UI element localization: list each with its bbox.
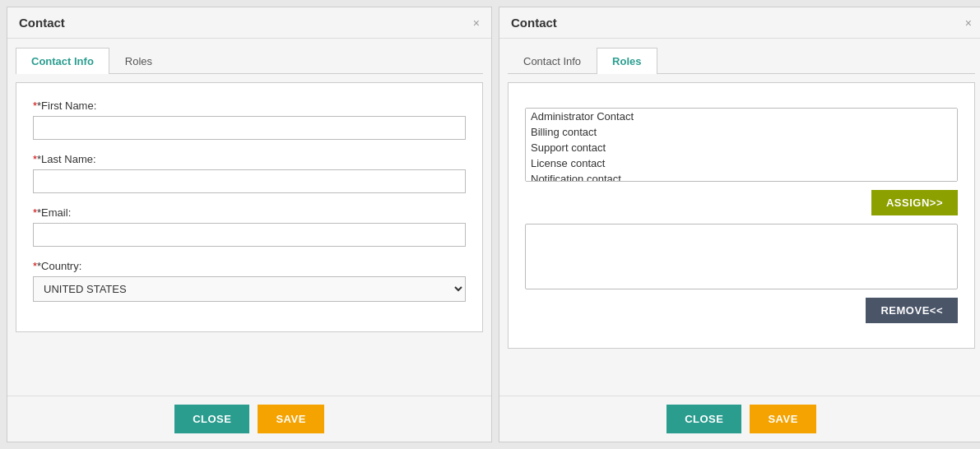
role-option-billing[interactable]: Billing contact [526,124,957,140]
email-group: **Email: [33,206,466,247]
country-group: **Country: UNITED STATES CANADA UNITED K… [33,260,466,302]
assign-button[interactable]: ASSIGN>> [871,190,958,215]
dialog-body-left: Contact Info Roles **First Name: **Last … [7,39,491,396]
dialog-header-right: Contact × [499,7,980,39]
dialog-title-right: Contact [511,16,557,30]
role-option-notification[interactable]: Notification contact [526,171,957,182]
contact-dialog-right: Contact × Contact Info Roles Administrat… [499,7,980,442]
last-name-input[interactable] [33,169,466,193]
dialog-footer-left: CLOSE SAVE [7,396,491,442]
role-option-support[interactable]: Support contact [526,140,957,155]
save-button-left[interactable]: SAVE [258,405,323,433]
close-x-button-right[interactable]: × [965,17,972,29]
roles-content: Administrator Contact Billing contact Su… [525,100,958,331]
role-option-license[interactable]: License contact [526,155,957,171]
tab-contact-info-right[interactable]: Contact Info [508,48,597,74]
email-label: **Email: [33,206,466,219]
close-button-left[interactable]: CLOSE [174,405,249,433]
assign-container: ASSIGN>> [525,190,958,215]
first-name-group: **First Name: [33,100,466,140]
roles-panel-right: Administrator Contact Billing contact Su… [508,82,975,349]
dialog-body-right: Contact Info Roles Administrator Contact… [499,39,980,396]
close-x-button-left[interactable]: × [473,17,480,29]
dialog-footer-right: CLOSE SAVE [499,396,980,442]
last-name-group: **Last Name: [33,153,466,193]
contact-dialog-left: Contact × Contact Info Roles **First Nam… [7,7,492,442]
dialog-title-left: Contact [19,16,65,30]
tab-roles-left[interactable]: Roles [109,48,168,74]
tabs-left: Contact Info Roles [16,47,483,74]
first-name-input[interactable] [33,116,466,140]
country-label: **Country: [33,260,466,272]
remove-container: REMOVE<< [525,298,958,323]
assigned-roles-listbox[interactable] [525,224,958,289]
tab-roles-right[interactable]: Roles [597,48,657,74]
dialog-header-left: Contact × [7,7,491,39]
save-button-right[interactable]: SAVE [750,405,815,433]
remove-button[interactable]: REMOVE<< [866,298,958,323]
country-select[interactable]: UNITED STATES CANADA UNITED KINGDOM [33,276,466,302]
first-name-label: **First Name: [33,100,466,112]
contact-info-panel-left: **First Name: **Last Name: **Email: **Co… [16,82,483,332]
close-button-right[interactable]: CLOSE [666,405,741,433]
available-roles-listbox[interactable]: Administrator Contact Billing contact Su… [525,108,958,182]
last-name-label: **Last Name: [33,153,466,165]
tab-contact-info-left[interactable]: Contact Info [16,48,109,74]
tabs-right: Contact Info Roles [508,47,975,74]
email-input[interactable] [33,223,466,247]
role-option-admin[interactable]: Administrator Contact [526,109,957,124]
